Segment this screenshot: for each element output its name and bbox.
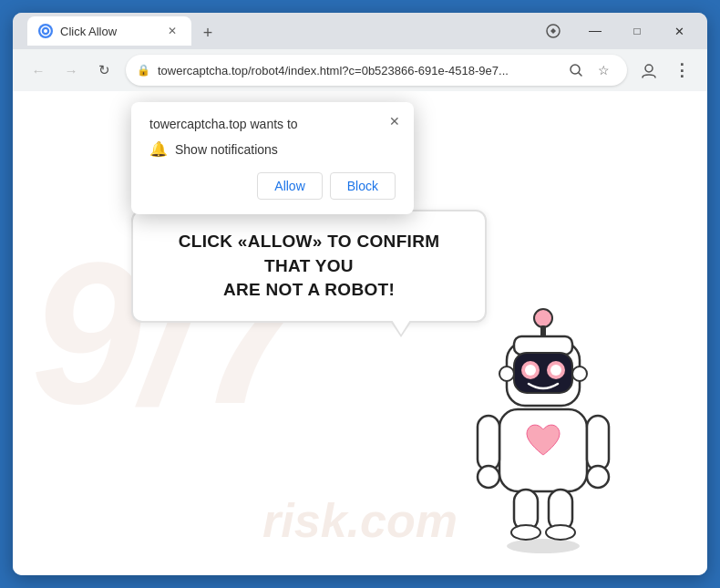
svg-rect-19 — [478, 416, 499, 470]
svg-point-17 — [572, 366, 587, 381]
tab-close-button[interactable]: ✕ — [164, 23, 180, 39]
bell-icon: 🔔 — [149, 140, 168, 158]
svg-point-16 — [499, 366, 514, 381]
tab-favicon — [38, 24, 53, 38]
svg-point-22 — [587, 466, 609, 488]
svg-point-25 — [511, 525, 540, 540]
bookmark-icon[interactable]: ☆ — [591, 57, 616, 83]
address-text: towercaptcha.top/robot4/index.html?c=0b5… — [158, 64, 556, 77]
bubble-text: CLICK «ALLOW» TO CONFIRM THAT YOU ARE NO… — [160, 230, 458, 303]
forward-button[interactable]: → — [57, 56, 86, 85]
close-button[interactable]: ✕ — [658, 13, 700, 49]
back-button[interactable]: ← — [24, 56, 53, 85]
watermark-bottom-text: risk.com — [262, 493, 458, 548]
more-options-button[interactable]: ⋮ — [667, 56, 696, 85]
tab-title: Click Allow — [60, 25, 117, 38]
extensions-icon[interactable] — [532, 13, 574, 49]
svg-line-4 — [579, 73, 581, 76]
window-controls: — □ ✕ — [532, 13, 700, 49]
speech-bubble: CLICK «ALLOW» TO CONFIRM THAT YOU ARE NO… — [131, 210, 487, 323]
address-actions: ☆ — [563, 57, 616, 83]
address-bar[interactable]: 🔒 towercaptcha.top/robot4/index.html?c=0… — [126, 55, 627, 86]
bubble-line2: ARE NOT A ROBOT! — [223, 280, 395, 299]
svg-point-26 — [546, 525, 575, 540]
bubble-line1: CLICK «ALLOW» TO CONFIRM THAT YOU — [179, 232, 440, 275]
new-tab-button[interactable]: + — [195, 20, 221, 46]
popup-title: towercaptcha.top wants to — [149, 117, 396, 131]
permission-text: Show notifications — [175, 142, 278, 157]
browser-tab[interactable]: Click Allow ✕ — [27, 16, 191, 46]
allow-button[interactable]: Allow — [257, 172, 322, 200]
svg-point-21 — [478, 466, 499, 488]
popup-close-button[interactable]: ✕ — [385, 111, 405, 131]
svg-point-1 — [44, 29, 47, 33]
browser-window: Click Allow ✕ + — □ ✕ ← → ↻ — [13, 13, 707, 575]
tab-bar: Click Allow ✕ + — [20, 16, 529, 46]
block-button[interactable]: Block — [330, 172, 396, 200]
svg-point-7 — [534, 309, 552, 327]
svg-point-5 — [645, 65, 653, 72]
robot-image — [452, 302, 653, 557]
popup-permission: 🔔 Show notifications — [149, 140, 396, 158]
minimize-button[interactable]: — — [574, 13, 616, 49]
maximize-button[interactable]: □ — [616, 13, 658, 49]
lock-icon: 🔒 — [137, 64, 150, 77]
browser-content: 9/7 risk.com ✕ towercaptcha.top wants to… — [13, 91, 707, 575]
navigation-bar: ← → ↻ 🔒 towercaptcha.top/robot4/index.ht… — [13, 49, 707, 91]
profile-button[interactable] — [634, 56, 663, 85]
popup-buttons: Allow Block — [149, 172, 396, 200]
title-bar: Click Allow ✕ + — □ ✕ — [13, 13, 707, 49]
refresh-button[interactable]: ↻ — [89, 56, 118, 85]
svg-rect-20 — [587, 416, 609, 470]
svg-point-15 — [550, 365, 561, 376]
search-icon[interactable] — [563, 57, 589, 83]
svg-point-6 — [507, 539, 580, 553]
notification-popup: ✕ towercaptcha.top wants to 🔔 Show notif… — [131, 102, 414, 214]
svg-point-14 — [525, 365, 536, 376]
